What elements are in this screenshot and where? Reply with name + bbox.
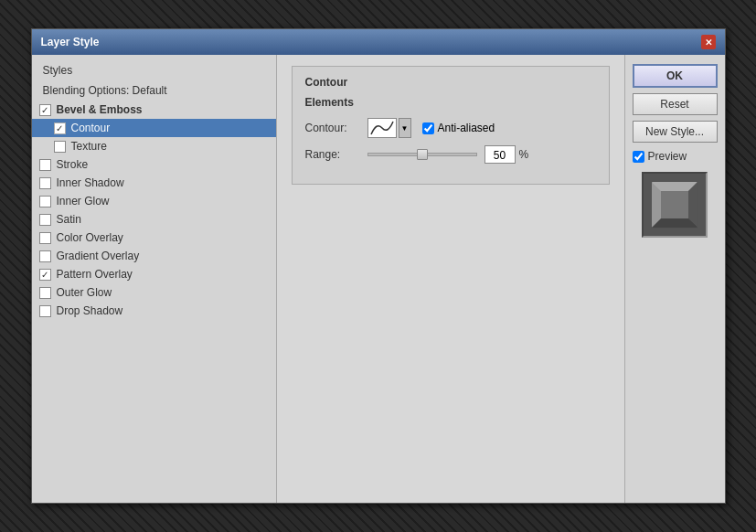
checkbox-texture[interactable]	[54, 141, 66, 153]
label-gradient-overlay: Gradient Overlay	[57, 250, 140, 262]
svg-rect-6	[661, 191, 688, 218]
label-stroke: Stroke	[57, 158, 89, 171]
range-unit: %	[519, 148, 529, 161]
label-inner-glow: Inner Glow	[57, 195, 110, 207]
range-label: Range:	[305, 148, 360, 161]
checkbox-inner-shadow[interactable]	[39, 177, 51, 189]
left-panel: Styles Blending Options: Default Bevel &…	[32, 55, 277, 503]
anti-alias-container: Anti-aliased	[422, 122, 495, 134]
layer-item-gradient-overlay[interactable]: Gradient Overlay	[32, 247, 276, 265]
checkbox-bevel-emboss[interactable]	[39, 104, 51, 116]
elements-subtitle: Elements	[305, 96, 596, 109]
layer-item-contour[interactable]: Contour	[32, 119, 276, 137]
dialog-title: Layer Style	[41, 36, 100, 48]
preview-thumbnail	[642, 172, 708, 238]
reset-button[interactable]: Reset	[633, 93, 718, 115]
right-panel: OK Reset New Style... Preview	[624, 55, 725, 503]
preview-label: Preview	[648, 150, 687, 163]
preview-checkbox[interactable]	[633, 151, 644, 163]
checkbox-inner-glow[interactable]	[39, 196, 51, 207]
label-contour: Contour	[71, 122, 111, 134]
layer-item-inner-shadow[interactable]: Inner Shadow	[32, 174, 276, 192]
preview-check-row: Preview	[633, 150, 718, 163]
checkbox-pattern-overlay[interactable]	[39, 269, 51, 281]
range-value[interactable]: 50	[484, 145, 516, 164]
layer-item-satin[interactable]: Satin	[32, 210, 276, 229]
range-slider-thumb[interactable]	[417, 149, 428, 160]
label-satin: Satin	[57, 213, 81, 226]
layer-item-inner-glow[interactable]: Inner Glow	[32, 192, 276, 210]
range-row: Range: 50 %	[305, 145, 596, 164]
layer-item-drop-shadow[interactable]: Drop Shadow	[32, 302, 276, 320]
anti-alias-label: Anti-aliased	[438, 122, 495, 134]
contour-row: Contour: ▼ Anti-aliased	[305, 118, 596, 138]
contour-section: Contour Elements Contour: ▼	[292, 66, 610, 185]
title-bar: Layer Style ✕	[32, 29, 725, 55]
checkbox-drop-shadow[interactable]	[39, 305, 51, 317]
anti-alias-checkbox[interactable]	[422, 122, 434, 134]
ok-button[interactable]: OK	[633, 64, 718, 88]
checkbox-stroke[interactable]	[39, 159, 51, 171]
label-inner-shadow: Inner Shadow	[57, 176, 124, 189]
contour-thumbnail[interactable]	[367, 118, 397, 138]
contour-label: Contour:	[305, 122, 360, 134]
preview-icon	[647, 177, 702, 232]
contour-section-title: Contour	[305, 76, 596, 89]
label-drop-shadow: Drop Shadow	[57, 304, 123, 317]
checkbox-contour[interactable]	[54, 122, 66, 134]
layer-item-bevel-emboss[interactable]: Bevel & Emboss	[32, 101, 276, 119]
label-bevel-emboss: Bevel & Emboss	[57, 103, 143, 116]
contour-curve-icon	[369, 120, 395, 136]
checkbox-satin[interactable]	[39, 214, 51, 226]
layer-item-stroke[interactable]: Stroke	[32, 155, 276, 174]
label-outer-glow: Outer Glow	[57, 286, 112, 299]
checkbox-gradient-overlay[interactable]	[39, 250, 51, 262]
label-color-overlay: Color Overlay	[57, 231, 123, 244]
blending-options-item[interactable]: Blending Options: Default	[32, 80, 276, 101]
layer-style-dialog: Layer Style ✕ Styles Blending Options: D…	[31, 28, 726, 504]
styles-header[interactable]: Styles	[32, 60, 276, 80]
main-content: Contour Elements Contour: ▼	[277, 55, 624, 503]
range-slider[interactable]	[367, 153, 477, 156]
layer-item-color-overlay[interactable]: Color Overlay	[32, 229, 276, 247]
close-button[interactable]: ✕	[701, 35, 716, 49]
layer-item-pattern-overlay[interactable]: Pattern Overlay	[32, 265, 276, 283]
label-pattern-overlay: Pattern Overlay	[57, 268, 133, 281]
dialog-body: Styles Blending Options: Default Bevel &…	[32, 55, 725, 503]
layer-item-texture[interactable]: Texture	[32, 137, 276, 155]
contour-dropdown-arrow[interactable]: ▼	[399, 118, 411, 138]
layer-item-outer-glow[interactable]: Outer Glow	[32, 283, 276, 302]
new-style-button[interactable]: New Style...	[633, 121, 718, 143]
checkbox-outer-glow[interactable]	[39, 287, 51, 299]
checkbox-color-overlay[interactable]	[39, 232, 51, 244]
label-texture: Texture	[71, 140, 107, 153]
